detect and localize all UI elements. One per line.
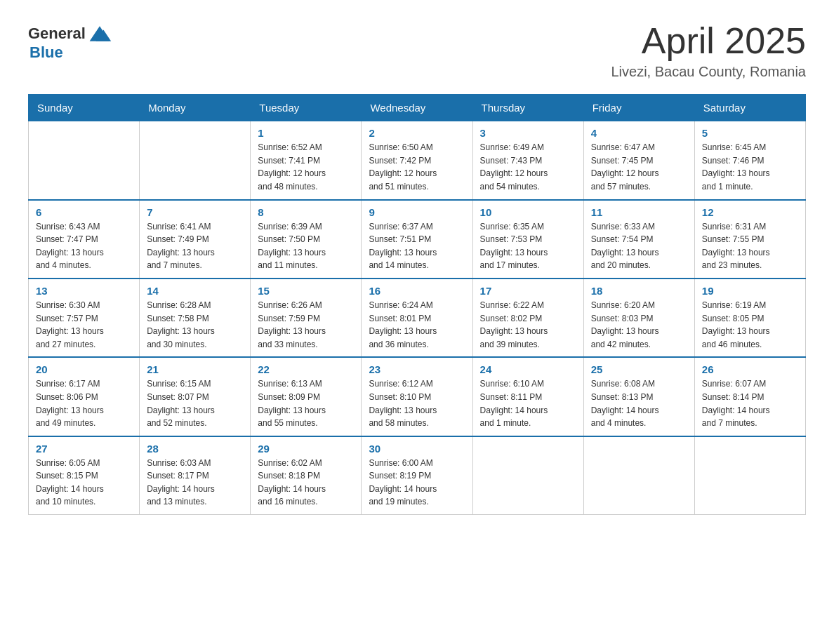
day-number: 12 xyxy=(702,206,798,218)
day-info: Sunrise: 6:37 AM Sunset: 7:51 PM Dayligh… xyxy=(369,220,465,272)
day-info: Sunrise: 6:02 AM Sunset: 8:18 PM Dayligh… xyxy=(258,457,354,509)
day-number: 11 xyxy=(591,206,687,218)
calendar-cell: 9Sunrise: 6:37 AM Sunset: 7:51 PM Daylig… xyxy=(362,200,472,279)
day-info: Sunrise: 6:17 AM Sunset: 8:06 PM Dayligh… xyxy=(36,377,132,429)
calendar-cell: 16Sunrise: 6:24 AM Sunset: 8:01 PM Dayli… xyxy=(362,279,472,357)
day-number: 18 xyxy=(591,285,687,297)
day-number: 23 xyxy=(369,363,465,375)
day-number: 26 xyxy=(702,363,798,375)
day-number: 6 xyxy=(36,206,132,218)
logo: General Blue xyxy=(28,21,112,62)
day-number: 15 xyxy=(258,285,354,297)
calendar-cell: 25Sunrise: 6:08 AM Sunset: 8:13 PM Dayli… xyxy=(583,357,694,436)
calendar-table: Sunday Monday Tuesday Wednesday Thursday… xyxy=(28,94,806,515)
location-title: Livezi, Bacau County, Romania xyxy=(611,64,806,80)
calendar-week-row: 27Sunrise: 6:05 AM Sunset: 8:15 PM Dayli… xyxy=(29,436,806,515)
day-number: 24 xyxy=(480,363,576,375)
day-info: Sunrise: 6:15 AM Sunset: 8:07 PM Dayligh… xyxy=(147,377,243,429)
calendar-cell: 30Sunrise: 6:00 AM Sunset: 8:19 PM Dayli… xyxy=(362,436,472,515)
day-number: 25 xyxy=(591,363,687,375)
calendar-cell: 2Sunrise: 6:50 AM Sunset: 7:42 PM Daylig… xyxy=(362,121,472,200)
calendar-cell: 19Sunrise: 6:19 AM Sunset: 8:05 PM Dayli… xyxy=(694,279,805,357)
header-tuesday: Tuesday xyxy=(251,95,362,121)
day-number: 10 xyxy=(480,206,576,218)
day-number: 7 xyxy=(147,206,243,218)
header-sunday: Sunday xyxy=(29,95,140,121)
day-info: Sunrise: 6:33 AM Sunset: 7:54 PM Dayligh… xyxy=(591,220,687,272)
page-header: General Blue April 2025 Livezi, Bacau Co… xyxy=(28,21,806,80)
day-info: Sunrise: 6:07 AM Sunset: 8:14 PM Dayligh… xyxy=(702,377,798,429)
calendar-cell: 1Sunrise: 6:52 AM Sunset: 7:41 PM Daylig… xyxy=(251,121,362,200)
day-info: Sunrise: 6:24 AM Sunset: 8:01 PM Dayligh… xyxy=(369,299,465,351)
day-number: 9 xyxy=(369,206,465,218)
day-info: Sunrise: 6:13 AM Sunset: 8:09 PM Dayligh… xyxy=(258,377,354,429)
day-info: Sunrise: 6:08 AM Sunset: 8:13 PM Dayligh… xyxy=(591,377,687,429)
calendar-cell xyxy=(29,121,140,200)
day-number: 19 xyxy=(702,285,798,297)
logo-text: General xyxy=(28,25,86,42)
calendar-week-row: 6Sunrise: 6:43 AM Sunset: 7:47 PM Daylig… xyxy=(29,200,806,279)
calendar-week-row: 20Sunrise: 6:17 AM Sunset: 8:06 PM Dayli… xyxy=(29,357,806,436)
calendar-week-row: 13Sunrise: 6:30 AM Sunset: 7:57 PM Dayli… xyxy=(29,279,806,357)
calendar-cell: 8Sunrise: 6:39 AM Sunset: 7:50 PM Daylig… xyxy=(251,200,362,279)
calendar-cell: 29Sunrise: 6:02 AM Sunset: 8:18 PM Dayli… xyxy=(251,436,362,515)
calendar-cell: 12Sunrise: 6:31 AM Sunset: 7:55 PM Dayli… xyxy=(694,200,805,279)
calendar-cell: 28Sunrise: 6:03 AM Sunset: 8:17 PM Dayli… xyxy=(140,436,251,515)
day-info: Sunrise: 6:03 AM Sunset: 8:17 PM Dayligh… xyxy=(147,457,243,509)
day-info: Sunrise: 6:49 AM Sunset: 7:43 PM Dayligh… xyxy=(480,141,576,193)
calendar-cell xyxy=(140,121,251,200)
weekday-header-row: Sunday Monday Tuesday Wednesday Thursday… xyxy=(29,95,806,121)
day-info: Sunrise: 6:12 AM Sunset: 8:10 PM Dayligh… xyxy=(369,377,465,429)
day-info: Sunrise: 6:28 AM Sunset: 7:58 PM Dayligh… xyxy=(147,299,243,351)
day-number: 8 xyxy=(258,206,354,218)
day-info: Sunrise: 6:19 AM Sunset: 8:05 PM Dayligh… xyxy=(702,299,798,351)
day-info: Sunrise: 6:43 AM Sunset: 7:47 PM Dayligh… xyxy=(36,220,132,272)
calendar-cell: 20Sunrise: 6:17 AM Sunset: 8:06 PM Dayli… xyxy=(29,357,140,436)
day-info: Sunrise: 6:22 AM Sunset: 8:02 PM Dayligh… xyxy=(480,299,576,351)
calendar-cell: 11Sunrise: 6:33 AM Sunset: 7:54 PM Dayli… xyxy=(583,200,694,279)
calendar-cell: 6Sunrise: 6:43 AM Sunset: 7:47 PM Daylig… xyxy=(29,200,140,279)
header-friday: Friday xyxy=(583,95,694,121)
calendar-cell: 24Sunrise: 6:10 AM Sunset: 8:11 PM Dayli… xyxy=(472,357,583,436)
day-info: Sunrise: 6:39 AM Sunset: 7:50 PM Dayligh… xyxy=(258,220,354,272)
day-number: 4 xyxy=(591,127,687,139)
month-title: April 2025 xyxy=(611,21,806,61)
day-info: Sunrise: 6:26 AM Sunset: 7:59 PM Dayligh… xyxy=(258,299,354,351)
day-number: 13 xyxy=(36,285,132,297)
calendar-cell xyxy=(472,436,583,515)
logo-icon xyxy=(87,21,112,46)
calendar-cell: 3Sunrise: 6:49 AM Sunset: 7:43 PM Daylig… xyxy=(472,121,583,200)
day-number: 16 xyxy=(369,285,465,297)
day-number: 27 xyxy=(36,443,132,455)
calendar-cell: 4Sunrise: 6:47 AM Sunset: 7:45 PM Daylig… xyxy=(583,121,694,200)
header-thursday: Thursday xyxy=(472,95,583,121)
calendar-cell xyxy=(694,436,805,515)
calendar-cell: 7Sunrise: 6:41 AM Sunset: 7:49 PM Daylig… xyxy=(140,200,251,279)
day-number: 22 xyxy=(258,363,354,375)
day-number: 5 xyxy=(702,127,798,139)
calendar-week-row: 1Sunrise: 6:52 AM Sunset: 7:41 PM Daylig… xyxy=(29,121,806,200)
day-info: Sunrise: 6:20 AM Sunset: 8:03 PM Dayligh… xyxy=(591,299,687,351)
day-number: 20 xyxy=(36,363,132,375)
day-number: 29 xyxy=(258,443,354,455)
calendar-cell: 26Sunrise: 6:07 AM Sunset: 8:14 PM Dayli… xyxy=(694,357,805,436)
title-section: April 2025 Livezi, Bacau County, Romania xyxy=(611,21,806,80)
header-saturday: Saturday xyxy=(694,95,805,121)
header-monday: Monday xyxy=(140,95,251,121)
calendar-cell: 13Sunrise: 6:30 AM Sunset: 7:57 PM Dayli… xyxy=(29,279,140,357)
calendar-cell: 14Sunrise: 6:28 AM Sunset: 7:58 PM Dayli… xyxy=(140,279,251,357)
day-number: 3 xyxy=(480,127,576,139)
calendar-cell xyxy=(583,436,694,515)
day-info: Sunrise: 6:45 AM Sunset: 7:46 PM Dayligh… xyxy=(702,141,798,193)
calendar-cell: 27Sunrise: 6:05 AM Sunset: 8:15 PM Dayli… xyxy=(29,436,140,515)
day-info: Sunrise: 6:52 AM Sunset: 7:41 PM Dayligh… xyxy=(258,141,354,193)
day-info: Sunrise: 6:35 AM Sunset: 7:53 PM Dayligh… xyxy=(480,220,576,272)
day-info: Sunrise: 6:31 AM Sunset: 7:55 PM Dayligh… xyxy=(702,220,798,272)
calendar-cell: 22Sunrise: 6:13 AM Sunset: 8:09 PM Dayli… xyxy=(251,357,362,436)
day-info: Sunrise: 6:05 AM Sunset: 8:15 PM Dayligh… xyxy=(36,457,132,509)
calendar-cell: 21Sunrise: 6:15 AM Sunset: 8:07 PM Dayli… xyxy=(140,357,251,436)
calendar-cell: 15Sunrise: 6:26 AM Sunset: 7:59 PM Dayli… xyxy=(251,279,362,357)
day-info: Sunrise: 6:41 AM Sunset: 7:49 PM Dayligh… xyxy=(147,220,243,272)
day-number: 2 xyxy=(369,127,465,139)
day-info: Sunrise: 6:50 AM Sunset: 7:42 PM Dayligh… xyxy=(369,141,465,193)
